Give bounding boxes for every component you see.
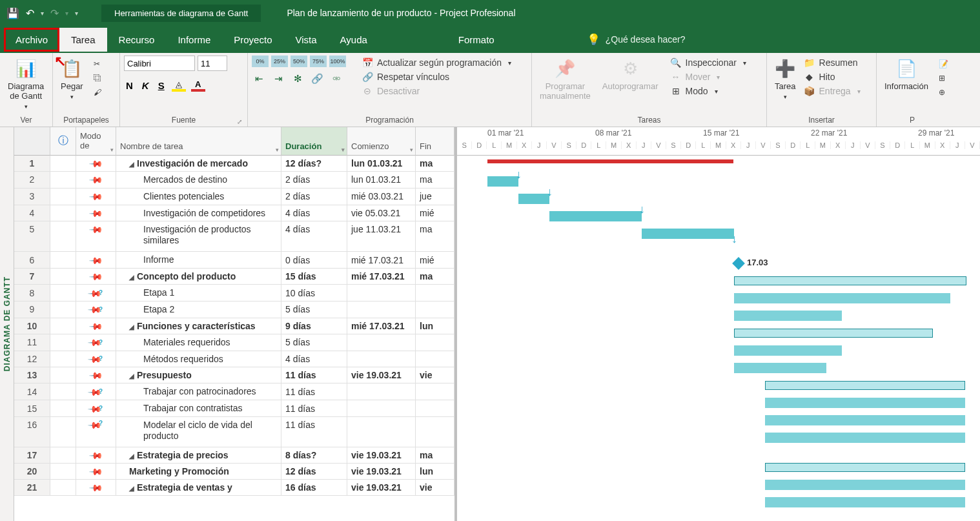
redo-dropdown-icon[interactable]: ▾	[65, 10, 68, 17]
finish-cell[interactable]: ma	[416, 269, 454, 284]
row-number[interactable]: 5	[14, 221, 50, 251]
gantt-row[interactable]	[457, 377, 980, 394]
start-cell[interactable]: vie 19.03.21	[347, 464, 416, 479]
row-number[interactable]: 1	[14, 156, 50, 171]
gantt-row[interactable]	[457, 190, 980, 208]
finish-cell[interactable]: ma	[416, 447, 454, 463]
row-number[interactable]: 9	[14, 301, 50, 318]
pct-25-button[interactable]: 25%	[271, 56, 288, 67]
info-cell[interactable]	[50, 221, 76, 251]
info-cell[interactable]	[50, 269, 76, 284]
mode-cell[interactable]: 📌?	[76, 301, 116, 318]
table-row[interactable]: 15📌?Trabajar con contratistas11 días	[14, 400, 454, 417]
info-cell[interactable]	[50, 205, 76, 221]
finish-cell[interactable]: jue	[416, 189, 454, 205]
gantt-row[interactable]	[457, 156, 980, 173]
pct-50-button[interactable]: 50%	[291, 56, 307, 67]
gantt-row[interactable]	[457, 360, 980, 377]
row-number[interactable]: 7	[14, 269, 50, 284]
finish-cell[interactable]: lun	[416, 464, 454, 479]
duration-cell[interactable]: 15 días	[281, 269, 347, 284]
gantt-row[interactable]	[457, 225, 980, 255]
mode-cell[interactable]: 📌	[76, 189, 116, 205]
name-cell[interactable]: Trabajar con patrocinadores	[116, 383, 281, 400]
info-column-header[interactable]: ⓘ	[50, 127, 76, 156]
duration-cell[interactable]: 4 días	[281, 221, 347, 251]
font-name-select[interactable]	[124, 56, 195, 71]
gantt-bar[interactable]	[734, 276, 966, 285]
name-column-header[interactable]: Nombre de tarea▾	[116, 127, 281, 156]
copy-icon[interactable]: ⿻	[91, 72, 104, 84]
duration-column-header[interactable]: Duración▾	[281, 127, 347, 156]
duration-cell[interactable]: 11 días	[281, 367, 347, 383]
mode-cell[interactable]: 📌	[76, 172, 116, 188]
tab-proyecto[interactable]: Proyecto	[222, 28, 283, 52]
table-row[interactable]: 4📌Investigación de competidores4 díasvie…	[14, 205, 454, 222]
finish-cell[interactable]: lun	[416, 318, 454, 334]
mode-cell[interactable]: 📌?	[76, 417, 116, 447]
name-cell[interactable]: Materiales requeridos	[116, 334, 281, 351]
table-row[interactable]: 20📌Marketing y Promoción12 díasvie 19.03…	[14, 464, 454, 480]
mode-cell[interactable]: 📌	[76, 464, 116, 479]
gantt-row[interactable]	[457, 429, 980, 459]
mode-cell[interactable]: 📌?	[76, 351, 116, 367]
name-cell[interactable]: ◢Estrategia de precios	[116, 447, 281, 463]
duration-cell[interactable]: 9 días	[281, 318, 347, 334]
row-number[interactable]: 17	[14, 447, 50, 463]
table-row[interactable]: 14📌?Trabajar con patrocinadores11 días	[14, 383, 454, 400]
row-number[interactable]: 15	[14, 400, 50, 416]
info-cell[interactable]	[50, 318, 76, 334]
notes-icon[interactable]: 📝	[936, 58, 951, 70]
tell-me-search[interactable]: 💡 ¿Qué desea hacer?	[587, 33, 686, 46]
duration-cell[interactable]: 0 días	[281, 252, 347, 268]
name-cell[interactable]: Clientes potenciales	[116, 189, 281, 205]
mode-cell[interactable]: 📌	[76, 269, 116, 284]
finish-cell[interactable]: mié	[416, 205, 454, 221]
start-cell[interactable]: lun 01.03.21	[347, 156, 416, 171]
bold-button[interactable]: N	[124, 79, 135, 92]
gantt-row[interactable]	[457, 476, 980, 494]
table-row[interactable]: 3📌Clientes potenciales2 díasmié 03.03.21…	[14, 189, 454, 205]
gantt-row[interactable]	[457, 173, 980, 190]
finish-cell[interactable]	[416, 351, 454, 367]
deactivate-button[interactable]: ⊝Desactivar	[362, 84, 511, 98]
duration-cell[interactable]: 5 días	[281, 301, 347, 318]
row-number[interactable]: 10	[14, 318, 50, 334]
table-row[interactable]: 21📌◢Estrategia de ventas y16 díasvie 19.…	[14, 480, 454, 496]
name-cell[interactable]: ◢Funciones y características	[116, 318, 281, 334]
info-cell[interactable]	[50, 285, 76, 301]
info-cell[interactable]	[50, 400, 76, 416]
duration-cell[interactable]: 11 días	[281, 383, 347, 400]
finish-cell[interactable]	[416, 285, 454, 301]
name-cell[interactable]: Modelar el ciclo de vida del producto	[116, 417, 281, 447]
redo-icon[interactable]: ↷	[50, 7, 59, 19]
mode-cell[interactable]: 📌	[76, 480, 116, 495]
duration-cell[interactable]: 2 días	[281, 172, 347, 188]
tab-informe[interactable]: Informe	[166, 28, 222, 52]
gantt-row[interactable]	[457, 272, 980, 290]
paste-button[interactable]: 📋 Pegar ▾	[57, 56, 87, 103]
name-cell[interactable]: Trabajar con contratistas	[116, 400, 281, 416]
table-row[interactable]: 2📌Mercados de destino2 díaslun 01.03.21m…	[14, 172, 454, 189]
start-cell[interactable]: mié 17.03.21	[347, 269, 416, 284]
gantt-row[interactable]	[457, 342, 980, 360]
mode-cell[interactable]: 📌?	[76, 383, 116, 400]
finish-cell[interactable]: mié	[416, 252, 454, 268]
row-number[interactable]: 14	[14, 383, 50, 400]
start-cell[interactable]	[347, 351, 416, 367]
duration-cell[interactable]: 12 días	[281, 464, 347, 479]
name-cell[interactable]: Investigación de competidores	[116, 205, 281, 221]
gantt-body[interactable]: 17.03↓↓↓↓	[457, 156, 980, 521]
pct-0-button[interactable]: 0%	[252, 56, 269, 67]
gantt-bar[interactable]	[734, 345, 842, 356]
row-number[interactable]: 21	[14, 480, 50, 495]
gantt-row[interactable]	[457, 290, 980, 307]
start-cell[interactable]: vie 19.03.21	[347, 367, 416, 383]
table-row[interactable]: 10📌◢Funciones y características9 díasmié…	[14, 318, 454, 334]
info-cell[interactable]	[50, 351, 76, 367]
finish-cell[interactable]	[416, 383, 454, 400]
dialog-launcher-icon[interactable]: ⤢	[237, 118, 242, 125]
info-cell[interactable]	[50, 189, 76, 205]
gantt-view-button[interactable]: 📊 Diagrama de Gantt ▾	[4, 56, 48, 112]
mode-cell[interactable]: 📌?	[76, 285, 116, 301]
